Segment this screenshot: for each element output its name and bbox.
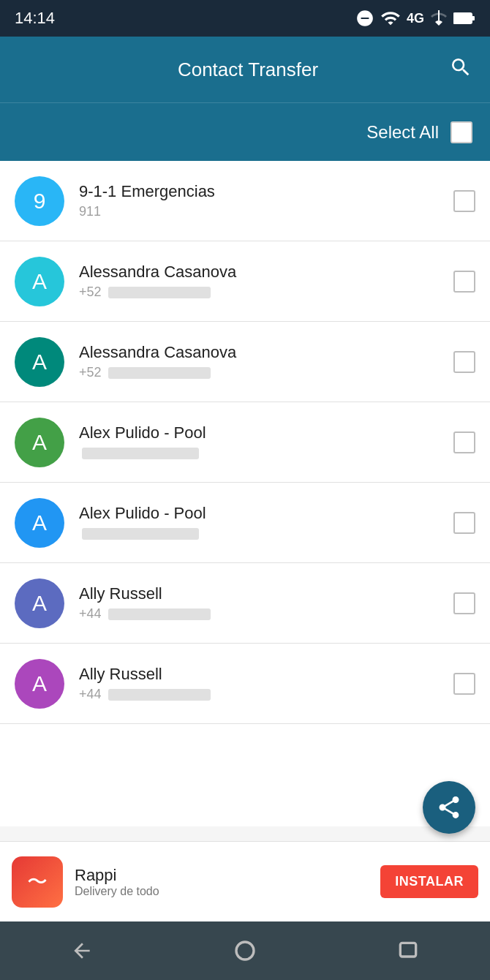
ad-app-name: Rappi xyxy=(75,866,369,885)
contact-avatar: A xyxy=(15,578,64,628)
search-button[interactable] xyxy=(449,56,472,84)
home-button[interactable] xyxy=(223,929,267,973)
ad-logo: 〜 xyxy=(27,868,48,896)
contact-item[interactable]: AAlex Pulido - Pool xyxy=(0,402,490,483)
contact-checkbox[interactable] xyxy=(453,431,475,453)
contact-info: Alessandra Casanova+52 xyxy=(79,263,453,300)
contact-phone: +52 xyxy=(79,365,453,380)
share-icon xyxy=(436,794,462,821)
svg-rect-0 xyxy=(438,10,440,20)
contact-info: Alex Pulido - Pool xyxy=(79,423,453,461)
battery-icon xyxy=(453,11,475,26)
nav-bar xyxy=(0,921,490,980)
contact-phone: +52 xyxy=(79,284,453,300)
contact-item[interactable]: AAlessandra Casanova+52 xyxy=(0,241,490,322)
contact-info: 9-1-1 Emergencias911 xyxy=(79,182,453,219)
select-all-label: Select All xyxy=(366,122,439,143)
select-all-checkbox[interactable] xyxy=(451,121,472,143)
recents-icon xyxy=(396,939,420,962)
contact-checkbox[interactable] xyxy=(453,512,475,534)
contact-name: Alessandra Casanova xyxy=(79,263,453,282)
contact-avatar: A xyxy=(15,498,64,548)
contact-avatar: A xyxy=(15,257,64,306)
signal-icon xyxy=(430,10,448,27)
home-icon xyxy=(233,939,257,962)
contact-phone xyxy=(79,526,453,541)
contact-avatar: A xyxy=(15,418,64,467)
select-all-row: Select All xyxy=(0,102,490,161)
contact-name: Ally Russell xyxy=(79,584,453,603)
svg-rect-4 xyxy=(401,943,416,957)
contact-name: Ally Russell xyxy=(79,665,453,684)
ad-install-button[interactable]: INSTALAR xyxy=(380,865,478,898)
status-bar: 14:14 4G xyxy=(0,0,490,37)
contact-name: 9-1-1 Emergencias xyxy=(79,182,453,201)
contact-phone: 911 xyxy=(79,204,453,219)
contact-item[interactable]: AAlly Russell+44 xyxy=(0,644,490,724)
contact-item[interactable]: 99-1-1 Emergencias911 xyxy=(0,161,490,241)
recents-button[interactable] xyxy=(386,929,430,973)
contact-checkbox[interactable] xyxy=(453,351,475,373)
back-icon xyxy=(70,939,94,962)
contact-avatar: 9 xyxy=(15,176,64,226)
share-fab[interactable] xyxy=(423,781,475,834)
contact-phone: +44 xyxy=(79,606,453,622)
contact-item[interactable]: AAlly Russell+44 xyxy=(0,563,490,644)
contact-phone: +44 xyxy=(79,687,453,702)
back-button[interactable] xyxy=(60,929,104,973)
svg-rect-1 xyxy=(453,13,472,23)
wifi-icon xyxy=(380,8,401,29)
contact-name: Alessandra Casanova xyxy=(79,343,453,362)
svg-rect-2 xyxy=(472,16,475,20)
contact-avatar: A xyxy=(15,337,64,387)
contact-avatar: A xyxy=(15,659,64,709)
contact-checkbox[interactable] xyxy=(453,673,475,695)
contact-name: Alex Pulido - Pool xyxy=(79,423,453,442)
header-title: Contact Transfer xyxy=(47,59,449,81)
dnd-icon xyxy=(355,9,374,28)
contact-name: Alex Pulido - Pool xyxy=(79,504,453,523)
app-header: Contact Transfer xyxy=(0,37,490,102)
contact-checkbox[interactable] xyxy=(453,592,475,614)
status-icons: 4G xyxy=(355,8,475,29)
contact-info: Ally Russell+44 xyxy=(79,665,453,702)
network-type: 4G xyxy=(407,11,424,26)
contact-item[interactable]: AAlex Pulido - Pool xyxy=(0,483,490,563)
contact-info: Alessandra Casanova+52 xyxy=(79,343,453,380)
contact-item[interactable]: AAlessandra Casanova+52 xyxy=(0,322,490,402)
contact-list: 99-1-1 Emergencias911 AAlessandra Casano… xyxy=(0,161,490,826)
contact-checkbox[interactable] xyxy=(453,190,475,212)
status-time: 14:14 xyxy=(15,9,55,28)
ad-text: Rappi Delivery de todo xyxy=(75,866,369,898)
contact-checkbox[interactable] xyxy=(453,271,475,293)
contact-info: Alex Pulido - Pool xyxy=(79,504,453,541)
svg-point-3 xyxy=(236,942,254,960)
ad-tagline: Delivery de todo xyxy=(75,885,369,898)
contact-info: Ally Russell+44 xyxy=(79,584,453,622)
ad-icon: 〜 xyxy=(12,856,63,908)
ad-banner: 〜 Rappi Delivery de todo INSTALAR xyxy=(0,841,490,921)
contact-phone xyxy=(79,445,453,461)
